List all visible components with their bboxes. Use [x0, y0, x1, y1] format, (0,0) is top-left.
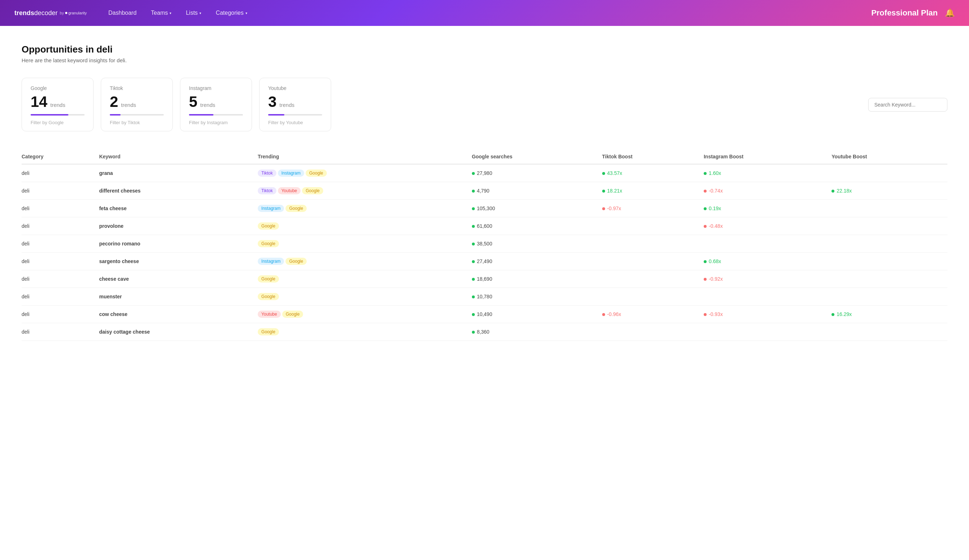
- dot-icon: [472, 260, 475, 263]
- progress-fill: [110, 114, 121, 116]
- cell-category: deli: [22, 235, 99, 253]
- table-row[interactable]: deliprovoloneGoogle61,600-0.48x: [22, 218, 947, 235]
- google-search-value: 10,780: [477, 294, 493, 299]
- stat-word: trends: [50, 102, 65, 108]
- tiktok-boost-value: 18.21x: [607, 188, 623, 194]
- stat-card-instagram[interactable]: Instagram 5 trends Filter by Instagram: [180, 78, 252, 131]
- dot-icon: [704, 260, 707, 263]
- table-row[interactable]: delipecorino romanoGoogle38,500: [22, 235, 947, 253]
- logo-decoder: decoder: [34, 9, 58, 17]
- nav-teams[interactable]: Teams ▾: [151, 10, 171, 16]
- tiktok-boost-value: 43.57x: [607, 170, 623, 176]
- dot-icon: [704, 172, 707, 175]
- instagram-boost-value: 1.60x: [709, 170, 721, 176]
- page-subtitle: Here are the latest keyword insights for…: [22, 57, 947, 63]
- tag-instagram: Instagram: [258, 205, 284, 212]
- youtube-boost-value: 16.29x: [837, 311, 852, 317]
- cell-tiktok-boost: 18.21x: [602, 182, 704, 200]
- chevron-down-icon: ▾: [200, 11, 201, 15]
- stat-number: 5: [189, 93, 197, 110]
- stat-word: trends: [200, 102, 215, 108]
- search-input[interactable]: [868, 98, 947, 111]
- stat-card-youtube[interactable]: Youtube 3 trends Filter by Youtube: [259, 78, 331, 131]
- table-row[interactable]: delicow cheeseYoutubeGoogle10,490-0.96x-…: [22, 306, 947, 323]
- cell-youtube-boost: [831, 288, 947, 306]
- instagram-boost-value: 0.68x: [709, 258, 721, 264]
- bell-icon[interactable]: 🔔: [945, 8, 955, 18]
- logo[interactable]: trendsdecoder by granularity: [14, 9, 87, 17]
- cell-youtube-boost: [831, 235, 947, 253]
- dot-icon: [472, 331, 475, 334]
- cell-instagram-boost: [704, 323, 831, 341]
- dot-icon: [472, 243, 475, 246]
- page-title: Opportunities in deli: [22, 44, 947, 55]
- search-box[interactable]: [868, 98, 947, 111]
- cell-tiktok-boost: [602, 218, 704, 235]
- nav-right: Professional Plan 🔔: [871, 8, 955, 18]
- dot-icon: [602, 172, 605, 175]
- cell-tiktok-boost: -0.97x: [602, 200, 704, 218]
- table-row[interactable]: delisargento cheeseInstagramGoogle27,490…: [22, 253, 947, 270]
- cell-google-searches: 105,300: [472, 200, 602, 218]
- cell-trending: TiktokYoutubeGoogle: [258, 182, 472, 200]
- cell-category: deli: [22, 253, 99, 270]
- instagram-boost-value: 0.19x: [709, 206, 721, 211]
- dot-icon: [472, 189, 475, 193]
- dot-icon: [831, 189, 834, 193]
- progress-bar: [189, 114, 243, 116]
- google-search-value: 18,690: [477, 276, 493, 282]
- table-row[interactable]: delimuensterGoogle10,780: [22, 288, 947, 306]
- instagram-boost-value: -0.93x: [709, 311, 723, 317]
- cell-keyword: pecorino romano: [99, 235, 258, 253]
- cell-tiktok-boost: [602, 288, 704, 306]
- logo-by: by: [60, 11, 64, 15]
- table-row[interactable]: delicheese caveGoogle18,690-0.92x: [22, 270, 947, 288]
- stat-card-tiktok[interactable]: Tiktok 2 trends Filter by Tiktok: [101, 78, 173, 131]
- table-row[interactable]: delifeta cheeseInstagramGoogle105,300-0.…: [22, 200, 947, 218]
- cell-google-searches: 38,500: [472, 235, 602, 253]
- dot-icon: [704, 225, 707, 228]
- table-row[interactable]: delidaisy cottage cheeseGoogle8,360: [22, 323, 947, 341]
- cell-youtube-boost: 16.29x: [831, 306, 947, 323]
- progress-fill: [31, 114, 68, 116]
- cell-keyword: daisy cottage cheese: [99, 323, 258, 341]
- nav-lists[interactable]: Lists ▾: [186, 10, 201, 16]
- cell-tiktok-boost: [602, 253, 704, 270]
- tag-youtube: Youtube: [258, 311, 281, 318]
- platform-name: Instagram: [189, 85, 243, 91]
- cell-category: deli: [22, 288, 99, 306]
- stat-card-google[interactable]: Google 14 trends Filter by Google: [22, 78, 93, 131]
- cell-trending: Google: [258, 235, 472, 253]
- cell-google-searches: 27,490: [472, 253, 602, 270]
- platform-name: Youtube: [268, 85, 322, 91]
- youtube-boost-value: 22.18x: [837, 188, 852, 194]
- tag-youtube: Youtube: [278, 187, 301, 194]
- dot-icon: [472, 172, 475, 175]
- chevron-down-icon: ▾: [245, 11, 247, 15]
- cell-instagram-boost: 1.60x: [704, 164, 831, 182]
- tag-google: Google: [285, 258, 307, 265]
- platform-name: Google: [31, 85, 85, 91]
- filter-label: Filter by Youtube: [268, 120, 322, 125]
- table-body: deligranaTiktokInstagramGoogle27,98043.5…: [22, 164, 947, 341]
- tag-google: Google: [306, 169, 327, 177]
- stat-number: 2: [110, 93, 118, 110]
- google-search-value: 27,490: [477, 258, 493, 264]
- cell-trending: Google: [258, 218, 472, 235]
- cell-instagram-boost: -0.92x: [704, 270, 831, 288]
- table-header: CategoryKeywordTrendingGoogle searchesTi…: [22, 150, 947, 164]
- cell-keyword: cheese cave: [99, 270, 258, 288]
- stat-row: 3 trends: [268, 93, 322, 110]
- table-row[interactable]: deligranaTiktokInstagramGoogle27,98043.5…: [22, 164, 947, 182]
- nav-categories[interactable]: Categories ▾: [216, 10, 247, 16]
- tag-tiktok: Tiktok: [258, 169, 276, 177]
- tag-tiktok: Tiktok: [258, 187, 276, 194]
- tag-google: Google: [258, 275, 279, 282]
- cell-instagram-boost: [704, 235, 831, 253]
- table-row[interactable]: delidifferent cheesesTiktokYoutubeGoogle…: [22, 182, 947, 200]
- tag-google: Google: [258, 240, 279, 247]
- cell-google-searches: 61,600: [472, 218, 602, 235]
- nav-dashboard[interactable]: Dashboard: [108, 10, 137, 16]
- tiktok-boost-value: -0.96x: [607, 311, 621, 317]
- cell-youtube-boost: [831, 164, 947, 182]
